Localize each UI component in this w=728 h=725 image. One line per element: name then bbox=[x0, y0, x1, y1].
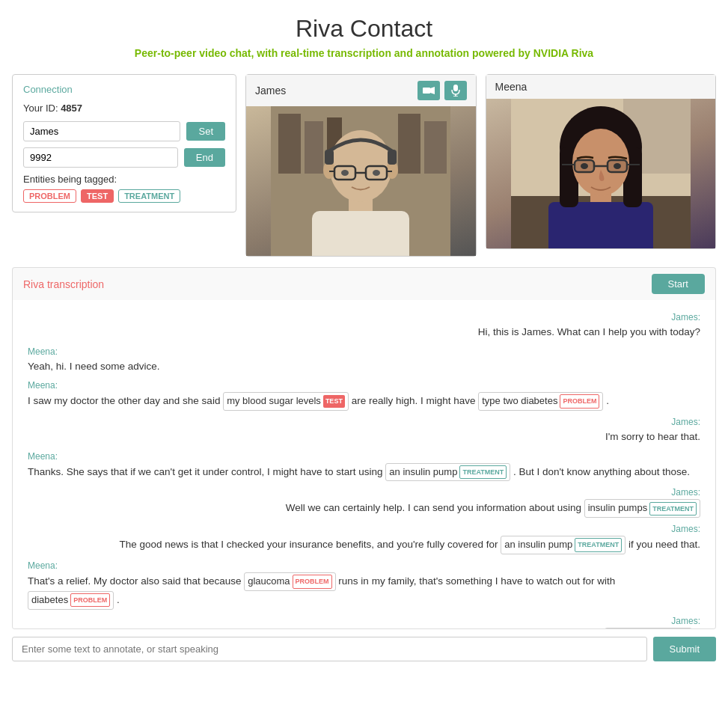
message-line: Meena:That's a relief. My doctor also sa… bbox=[28, 560, 700, 610]
svg-rect-7 bbox=[278, 114, 301, 174]
text-segment: runs in my family, that's something I ha… bbox=[336, 575, 616, 587]
page-title: Riva Contact bbox=[12, 15, 716, 43]
svg-rect-2 bbox=[453, 85, 458, 91]
entity-badge-test: TEST bbox=[323, 395, 345, 407]
message-line: Meena:Yeah, hi. I need some advice. bbox=[28, 346, 700, 375]
name-input-row: Set bbox=[23, 121, 225, 141]
message-line: Meena:Thanks. She says that if we can't … bbox=[28, 451, 700, 482]
svg-rect-8 bbox=[305, 121, 323, 174]
text-segment: I saw my doctor the other day and she sa… bbox=[28, 395, 223, 406]
mic-icon bbox=[451, 85, 460, 97]
entity-text: insulin pumps bbox=[588, 501, 648, 516]
meena-speaker-label: Meena: bbox=[28, 560, 700, 571]
entity-badge-problem: PROBLEM bbox=[70, 593, 110, 607]
entity-badge-problem: PROBLEM bbox=[293, 575, 332, 588]
james-message-text: No problem. I can help you find an optom… bbox=[28, 628, 700, 629]
entity-tag-inline: insulin pumpsTREATMENT bbox=[584, 499, 700, 518]
meena-video-feed bbox=[486, 99, 716, 248]
message-line: James:The good news is that I checked yo… bbox=[28, 524, 700, 554]
entity-badge-treatment: TREATMENT bbox=[649, 502, 697, 516]
text-segment: Yeah, hi. I need some advice. bbox=[28, 361, 160, 372]
james-camera-button[interactable] bbox=[417, 81, 440, 100]
meena-message-text: That's a relief. My doctor also said tha… bbox=[28, 572, 700, 610]
text-segment: if you need that. bbox=[625, 539, 700, 550]
james-message-text: Hi, this is James. What can I help you w… bbox=[28, 324, 700, 340]
james-name: James bbox=[255, 85, 286, 97]
entity-badge-problem: PROBLEM bbox=[560, 394, 599, 408]
message-line: James:I'm sorry to hear that. bbox=[28, 417, 700, 445]
message-line: James:No problem. I can help you find an… bbox=[28, 616, 700, 629]
page-wrapper: Riva Contact Peer-to-peer video chat, wi… bbox=[0, 0, 728, 676]
meena-name: Meena bbox=[495, 81, 527, 93]
james-video-feed bbox=[246, 106, 476, 256]
meena-video-panel: Meena bbox=[486, 74, 717, 249]
svg-point-41 bbox=[581, 163, 588, 169]
tag-treatment[interactable]: TREATMENT bbox=[118, 189, 180, 203]
start-button[interactable]: Start bbox=[652, 274, 705, 294]
set-button[interactable]: Set bbox=[186, 122, 225, 141]
james-message-text: I'm sorry to hear that. bbox=[28, 429, 700, 445]
meena-panel-header: Meena bbox=[486, 75, 716, 99]
entity-text: glaucoma bbox=[248, 574, 290, 590]
svg-point-22 bbox=[341, 170, 349, 176]
james-mic-button[interactable] bbox=[444, 81, 467, 100]
top-row: Connection Your ID: 4857 Set End Entitie… bbox=[12, 74, 716, 257]
connection-panel: Connection Your ID: 4857 Set End Entitie… bbox=[12, 74, 236, 212]
svg-rect-13 bbox=[312, 211, 409, 256]
text-segment: The good news is that I checked your ins… bbox=[119, 539, 501, 550]
entity-text: an insulin pump bbox=[389, 465, 457, 480]
svg-marker-1 bbox=[430, 87, 435, 94]
page-subtitle: Peer-to-peer video chat, with real-time … bbox=[12, 47, 716, 59]
text-segment: . bbox=[114, 594, 120, 605]
svg-rect-0 bbox=[423, 88, 430, 94]
james-speaker-label: James: bbox=[28, 417, 700, 427]
text-segment: . But I don't know anything about those. bbox=[510, 466, 690, 477]
tag-problem[interactable]: PROBLEM bbox=[23, 189, 76, 203]
entity-text: my blood sugar levels bbox=[227, 394, 321, 409]
camera-icon bbox=[423, 86, 435, 95]
meena-speaker-label: Meena: bbox=[28, 451, 700, 462]
your-id-display: Your ID: 4857 bbox=[23, 103, 225, 114]
entity-tag-inline: an insulin pumpTREATMENT bbox=[385, 463, 510, 482]
james-panel-header: James bbox=[246, 75, 476, 106]
transcription-bar: Riva transcription Start bbox=[12, 267, 716, 300]
james-speaker-label: James: bbox=[28, 312, 700, 322]
meena-speaker-label: Meena: bbox=[28, 380, 700, 391]
svg-rect-11 bbox=[424, 121, 447, 174]
entities-label: Entities being tagged: bbox=[23, 174, 225, 185]
annotation-input[interactable] bbox=[12, 637, 647, 661]
message-line: James:Hi, this is James. What can I help… bbox=[28, 312, 700, 340]
entity-tag-inline: diabetesPROBLEM bbox=[28, 591, 114, 610]
meena-message-text: I saw my doctor the other day and she sa… bbox=[28, 392, 700, 411]
entity-tag-inline: type two diabetesPROBLEM bbox=[478, 392, 603, 411]
meena-speaker-label: Meena: bbox=[28, 346, 700, 357]
meena-avatar-svg bbox=[511, 99, 691, 248]
entity-tag-inline: my blood sugar levelsTEST bbox=[223, 392, 349, 411]
james-video-icons bbox=[417, 81, 467, 100]
tag-test[interactable]: TEST bbox=[81, 189, 114, 203]
james-avatar-svg bbox=[271, 106, 450, 256]
text-segment: Hi, this is James. What can I help you w… bbox=[478, 326, 700, 337]
svg-rect-25 bbox=[388, 150, 397, 165]
james-speaker-label: James: bbox=[28, 524, 700, 534]
message-line: Meena:I saw my doctor the other day and … bbox=[28, 380, 700, 411]
message-line: James:Well we can certainly help. I can … bbox=[28, 487, 700, 518]
entity-text: diabetes bbox=[31, 593, 68, 608]
name-input[interactable] bbox=[23, 121, 180, 141]
bottom-row: Submit bbox=[12, 637, 716, 661]
transcription-title: Riva transcription bbox=[23, 278, 104, 290]
entity-tag-inline: an insulin pumpTREATMENT bbox=[501, 536, 625, 554]
connection-panel-title: Connection bbox=[23, 84, 225, 95]
entity-badge-treatment: TREATMENT bbox=[459, 465, 507, 479]
entity-tag-inline: an eye examTEST bbox=[605, 628, 691, 629]
meena-message-text: Yeah, hi. I need some advice. bbox=[28, 358, 700, 375]
submit-button[interactable]: Submit bbox=[653, 637, 716, 661]
james-message-text: The good news is that I checked your ins… bbox=[28, 536, 700, 554]
james-speaker-label: James: bbox=[28, 487, 700, 498]
chat-area[interactable]: James:Hi, this is James. What can I help… bbox=[12, 300, 716, 629]
meena-message-text: Thanks. She says that if we can't get it… bbox=[28, 463, 700, 482]
end-button[interactable]: End bbox=[184, 148, 225, 167]
call-input[interactable] bbox=[23, 147, 178, 168]
svg-rect-10 bbox=[398, 114, 420, 174]
james-video-panel: James bbox=[245, 74, 477, 257]
